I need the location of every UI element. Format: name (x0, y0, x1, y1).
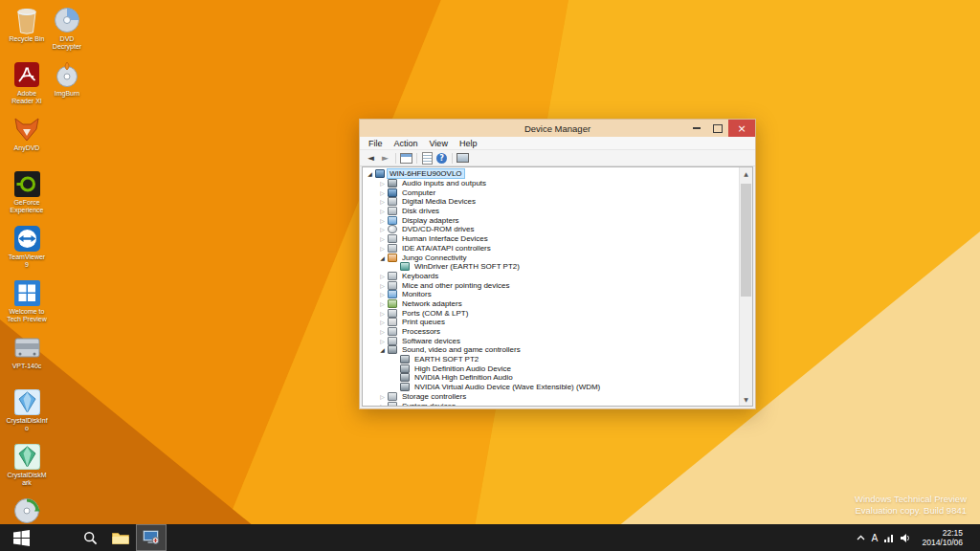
desktop-icon-anydvd[interactable]: AnyDVD (6, 115, 48, 152)
tree-item[interactable]: High Definition Audio Device (363, 364, 739, 373)
tree-item[interactable]: ▷Print queues (363, 318, 739, 327)
desktop-icon-geforce-experience[interactable]: GeForce Experience (6, 169, 48, 214)
desktop-icon-label: ImgBurn (46, 90, 88, 98)
tree-item[interactable]: ▷DVD/CD-ROM drives (363, 225, 739, 234)
anydvd-fox-icon (12, 115, 41, 143)
software-device-icon (388, 337, 397, 345)
tree-item[interactable]: ▷Keyboards (363, 272, 739, 281)
desktop-icon-imgburn[interactable]: ImgBurn (46, 60, 88, 98)
clock[interactable]: 22:15 2014/10/06 (919, 528, 966, 547)
tree-item[interactable]: ▷System devices (363, 401, 739, 406)
minimize-button[interactable] (686, 120, 707, 137)
scroll-up-arrow-icon[interactable]: ▲ (740, 167, 752, 180)
back-icon[interactable] (364, 152, 378, 165)
forward-icon[interactable] (378, 152, 392, 165)
start-button[interactable] (0, 524, 42, 551)
scrollbar[interactable]: ▲ ▼ (739, 167, 752, 406)
tree-item-label: Network adapters (400, 299, 464, 308)
imgburn-icon (53, 60, 81, 89)
help-icon[interactable] (434, 152, 449, 165)
menu-file[interactable]: File (363, 139, 389, 148)
expander-icon[interactable]: ▷ (378, 393, 387, 400)
close-button[interactable]: × (728, 120, 755, 137)
tree-item[interactable]: ▷Monitors (363, 290, 739, 299)
desktop-icon-adobe-reader-xi[interactable]: Adobe Reader XI (6, 60, 48, 105)
tree-item[interactable]: ▷Display adapters (363, 215, 739, 225)
console-tree-icon[interactable] (399, 152, 413, 165)
desktop-icon-recycle-bin[interactable]: Recycle Bin (6, 6, 48, 43)
disc-drive-icon (388, 225, 397, 233)
scan-icon[interactable] (456, 152, 470, 165)
expander-icon[interactable]: ▷ (378, 291, 387, 298)
expander-icon[interactable]: ▷ (378, 217, 387, 224)
expander-icon[interactable]: ▷ (378, 245, 387, 252)
desktop-icon-crystaldiskinfo[interactable]: CrystalDiskInfo (6, 387, 48, 432)
scroll-down-arrow-icon[interactable]: ▼ (740, 393, 752, 406)
menu-help[interactable]: Help (454, 139, 483, 148)
expander-icon[interactable]: ▷ (378, 180, 387, 187)
desktop-icon-label: AnyDVD (6, 144, 48, 152)
expander-icon[interactable]: ▷ (378, 338, 387, 344)
storage-controller-icon (388, 392, 397, 401)
speaker-icon (388, 179, 397, 187)
tree-item[interactable]: ▷Audio inputs and outputs (363, 179, 739, 188)
titlebar[interactable]: Device Manager × (360, 120, 755, 137)
expander-icon[interactable]: ▷ (378, 319, 387, 325)
desktop-icon-dvd-decrypter[interactable]: DVD Decrypter (46, 6, 88, 51)
ime-icon[interactable]: A (872, 533, 879, 543)
tree-item[interactable]: ◢WIN-6HFEU90OVLO (363, 169, 739, 179)
tree-item[interactable]: ▷Ports (COM & LPT) (363, 308, 739, 318)
expander-icon[interactable]: ▷ (378, 235, 387, 242)
expander-icon[interactable]: ▷ (378, 226, 387, 232)
expander-icon[interactable]: ▷ (378, 208, 387, 214)
tree-item[interactable]: ▷Storage controllers (363, 392, 739, 402)
tree-item[interactable]: ▷IDE ATA/ATAPI controllers (363, 244, 739, 253)
processor-icon (388, 327, 397, 336)
device-manager-button[interactable] (136, 524, 167, 551)
menu-action[interactable]: Action (389, 139, 424, 148)
expander-icon[interactable]: ▷ (378, 273, 387, 279)
tree-item[interactable]: ▷Processors (363, 327, 739, 337)
chevron-up-icon[interactable] (857, 535, 865, 540)
expander-icon[interactable]: ▷ (378, 328, 387, 335)
expander-icon[interactable]: ▷ (378, 300, 387, 307)
expander-icon[interactable]: ◢ (378, 346, 387, 353)
tree-item[interactable]: NVIDIA Virtual Audio Device (Wave Extens… (363, 383, 739, 392)
tree-item[interactable]: ▷Network adapters (363, 299, 739, 309)
tree-item[interactable]: ▷Human Interface Devices (363, 234, 739, 244)
tree-item[interactable]: ▷Mice and other pointing devices (363, 280, 739, 290)
expander-icon[interactable]: ▷ (378, 310, 387, 317)
menu-view[interactable]: View (424, 139, 454, 148)
tree-item[interactable]: ◢Sound, video and game controllers (363, 345, 739, 355)
tree-item[interactable]: ▷Digital Media Devices (363, 197, 739, 207)
file-explorer-button[interactable] (105, 524, 136, 551)
tree-item[interactable]: ▷Disk drives (363, 207, 739, 216)
search-button[interactable] (75, 524, 105, 551)
connectivity-icon (388, 253, 397, 262)
tree-item-label: Display adapters (400, 216, 461, 225)
volume-icon[interactable] (901, 534, 912, 542)
tree-item[interactable]: ◢Jungo Connectivity (363, 253, 739, 262)
clock-date: 2014/10/06 (922, 538, 963, 547)
desktop-icon-label: DVD Decrypter (46, 35, 88, 51)
tree-item[interactable]: EARTH SOFT PT2 (363, 355, 739, 364)
tree-item[interactable]: ▷Software devices (363, 336, 739, 345)
sound-device-icon (400, 383, 410, 391)
tree-item[interactable]: WinDriver (EARTH SOFT PT2) (363, 262, 739, 272)
scrollbar-thumb[interactable] (741, 184, 751, 297)
desktop-icon-vpt-140c[interactable]: VPT-140c (6, 333, 48, 370)
tree-item[interactable]: ▷Computer (363, 187, 739, 197)
maximize-button[interactable] (707, 120, 728, 137)
desktop-icon-teamviewer-9[interactable]: TeamViewer 9 (6, 224, 48, 269)
desktop-icon-welcome-to-tech-preview[interactable]: Welcome to Tech Preview (6, 278, 48, 323)
tree-item[interactable]: NVIDIA High Definition Audio (363, 373, 739, 383)
properties-icon[interactable] (420, 152, 434, 165)
desktop-icon-crystaldiskmark[interactable]: CrystalDiskMark (6, 442, 48, 487)
expander-icon[interactable]: ▷ (378, 198, 387, 205)
expander-icon[interactable]: ▷ (378, 403, 387, 406)
network-icon[interactable] (884, 534, 894, 542)
expander-icon[interactable]: ◢ (378, 254, 387, 261)
expander-icon[interactable]: ◢ (366, 170, 374, 177)
expander-icon[interactable]: ▷ (378, 282, 387, 289)
expander-icon[interactable]: ▷ (378, 189, 387, 196)
